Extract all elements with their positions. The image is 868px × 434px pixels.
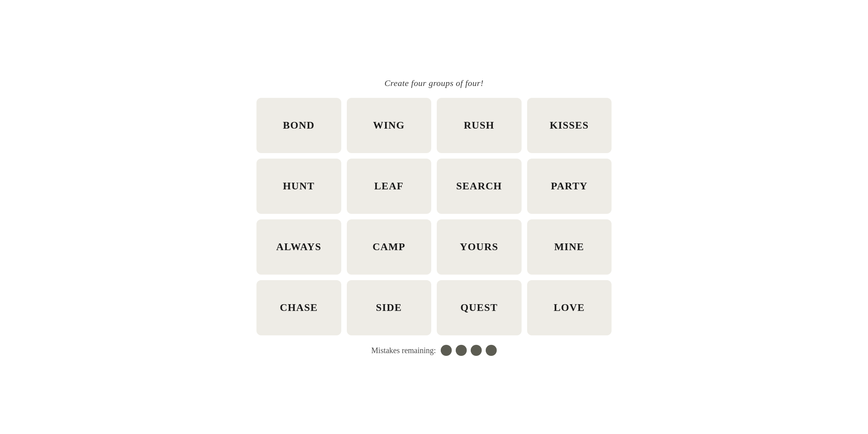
mistakes-row: Mistakes remaining: [371, 345, 497, 356]
word-tile[interactable]: MINE [527, 219, 612, 275]
word-tile[interactable]: LEAF [347, 159, 432, 214]
word-tile[interactable]: CAMP [347, 219, 432, 275]
word-tile[interactable]: SEARCH [437, 159, 522, 214]
mistake-dot [486, 345, 497, 356]
tile-word-label: KISSES [550, 120, 589, 131]
tile-word-label: SIDE [376, 302, 402, 314]
word-grid: BONDWINGRUSHKISSESHUNTLEAFSEARCHPARTYALW… [256, 98, 612, 335]
tile-word-label: SEARCH [456, 180, 502, 192]
word-tile[interactable]: SIDE [347, 280, 432, 335]
word-tile[interactable]: WING [347, 98, 432, 153]
instructions-text: Create four groups of four! [384, 78, 483, 88]
word-tile[interactable]: KISSES [527, 98, 612, 153]
tile-word-label: YOURS [460, 241, 498, 253]
tile-word-label: PARTY [551, 180, 587, 192]
tile-word-label: BOND [283, 120, 314, 131]
word-tile[interactable]: RUSH [437, 98, 522, 153]
mistake-dot [441, 345, 452, 356]
tile-word-label: WING [373, 120, 405, 131]
word-tile[interactable]: BOND [256, 98, 341, 153]
tile-word-label: LOVE [554, 302, 585, 314]
tile-word-label: RUSH [464, 120, 494, 131]
mistakes-dots [441, 345, 497, 356]
tile-word-label: CAMP [372, 241, 405, 253]
game-container: Create four groups of four! BONDWINGRUSH… [237, 62, 631, 372]
mistake-dot [456, 345, 467, 356]
word-tile[interactable]: CHASE [256, 280, 341, 335]
tile-word-label: MINE [554, 241, 584, 253]
word-tile[interactable]: ALWAYS [256, 219, 341, 275]
word-tile[interactable]: PARTY [527, 159, 612, 214]
mistake-dot [471, 345, 482, 356]
tile-word-label: QUEST [460, 302, 498, 314]
mistakes-label: Mistakes remaining: [371, 346, 436, 355]
tile-word-label: HUNT [283, 180, 314, 192]
tile-word-label: ALWAYS [276, 241, 321, 253]
word-tile[interactable]: HUNT [256, 159, 341, 214]
word-tile[interactable]: QUEST [437, 280, 522, 335]
word-tile[interactable]: LOVE [527, 280, 612, 335]
tile-word-label: CHASE [280, 302, 318, 314]
word-tile[interactable]: YOURS [437, 219, 522, 275]
tile-word-label: LEAF [374, 180, 404, 192]
